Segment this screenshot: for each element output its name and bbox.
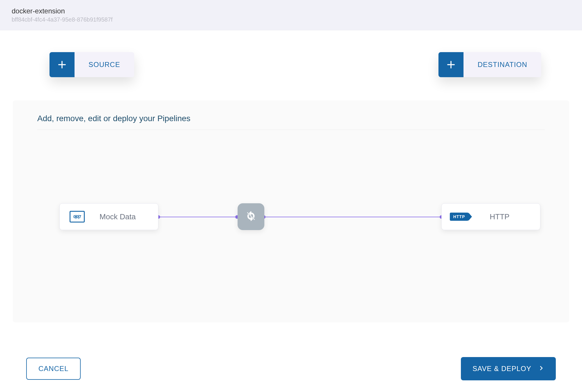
toolbar: SOURCE DESTINATION [0, 30, 582, 77]
plus-icon [49, 52, 75, 77]
page-subtitle: bff84cbf-4fc4-4a37-95e8-876b91f9587f [12, 16, 570, 23]
add-destination-label: DESTINATION [464, 52, 541, 77]
add-source-label: SOURCE [75, 52, 134, 77]
footer-actions: CANCEL SAVE & DEPLOY [0, 357, 582, 380]
source-node[interactable]: 0|0|7 Mock Data [59, 203, 158, 230]
cancel-button[interactable]: CANCEL [26, 358, 81, 380]
transform-node[interactable] [238, 203, 264, 230]
connector-wire [264, 217, 441, 217]
connector-wire [158, 217, 238, 217]
page-title: docker-extension [12, 7, 570, 15]
pipeline-canvas: Add, remove, edit or deploy your Pipelin… [13, 100, 569, 322]
canvas-title: Add, remove, edit or deploy your Pipelin… [37, 114, 545, 130]
source-node-label: Mock Data [86, 212, 149, 221]
chevron-right-icon [538, 365, 544, 373]
add-destination-button[interactable]: DESTINATION [438, 52, 541, 77]
mock-data-icon: 0|0|7 [68, 211, 86, 223]
save-deploy-button[interactable]: SAVE & DEPLOY [461, 357, 556, 380]
http-icon: HTTP [450, 213, 468, 221]
plus-icon [438, 52, 464, 77]
destination-node[interactable]: HTTP HTTP [441, 203, 540, 230]
add-source-button[interactable]: SOURCE [49, 52, 134, 77]
sync-disabled-icon [246, 211, 256, 222]
page-header: docker-extension bff84cbf-4fc4-4a37-95e8… [0, 0, 582, 30]
save-deploy-label: SAVE & DEPLOY [473, 365, 531, 373]
pipeline-graph: 0|0|7 Mock Data HTTP HTTP [37, 130, 545, 270]
destination-node-label: HTTP [468, 212, 531, 221]
